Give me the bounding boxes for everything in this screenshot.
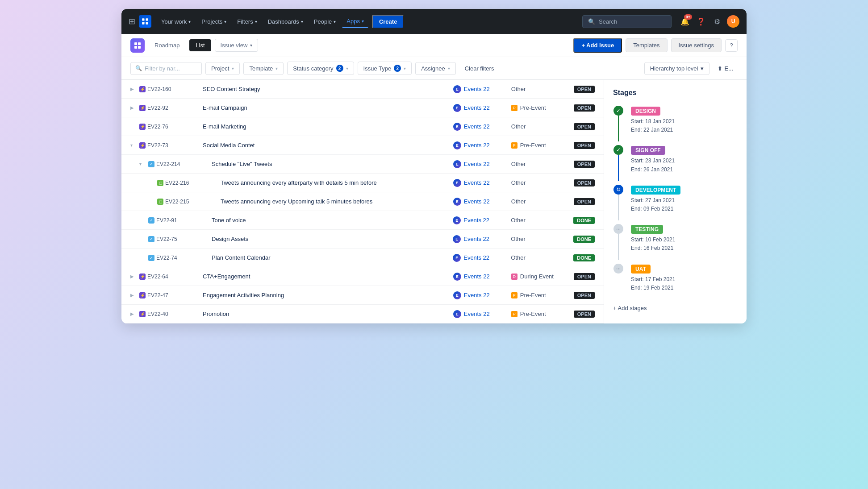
issue-settings-button[interactable]: Issue settings: [671, 38, 722, 52]
issue-id: ✓ EV22-91: [148, 217, 206, 224]
filter-input[interactable]: 🔍 Filter by nar...: [130, 62, 202, 75]
nav-dashboards[interactable]: Dashboards ▾: [263, 16, 308, 28]
hierarchy-button[interactable]: Hierarchy top level ▾: [644, 62, 710, 75]
table-row[interactable]: ◻ EV22-215 Tweets announcing every Upcom…: [121, 192, 604, 211]
stage-dates: Start: 10 Feb 2021 End: 16 Feb 2021: [631, 236, 738, 253]
stage-item: ··· TESTING Start: 10 Feb 2021 End: 16 F…: [613, 224, 738, 260]
issue-project[interactable]: E Events 22: [453, 160, 511, 168]
issue-id: ✓ EV22-214: [148, 161, 206, 167]
issue-project[interactable]: E Events 22: [453, 141, 511, 149]
table-row[interactable]: ⚡ EV22-76 E-mail Marketing E Events 22 O…: [121, 117, 604, 136]
issue-type: D During Event: [511, 273, 574, 280]
issue-project[interactable]: E Events 22: [453, 291, 511, 299]
issue-project[interactable]: E Events 22: [453, 104, 511, 112]
issue-project[interactable]: E Events 22: [453, 179, 511, 187]
issue-project[interactable]: E Events 22: [453, 123, 511, 131]
issue-project[interactable]: E Events 22: [453, 254, 511, 262]
issue-type-icon: ✓: [148, 161, 154, 167]
table-row[interactable]: ▶ ⚡ EV22-160 SEO Content Strategy E Even…: [121, 80, 604, 99]
add-issue-button[interactable]: + Add Issue: [573, 38, 622, 53]
table-row[interactable]: ▾ ⚡ EV22-73 Social Media Contet E Events…: [121, 136, 604, 155]
project-filter-button[interactable]: Project ▾: [205, 62, 240, 75]
svg-rect-7: [138, 46, 141, 49]
row-expander[interactable]: ▾: [139, 162, 148, 166]
issue-type: Other: [511, 123, 574, 130]
template-filter-button[interactable]: Template ▾: [243, 62, 284, 75]
view-toolbar: Roadmap List Issue view ▾ + Add Issue Te…: [121, 34, 747, 57]
stage-dates: Start: 23 Jan 2021 End: 26 Jan 2021: [631, 157, 738, 174]
add-stages-button[interactable]: + Add stages: [613, 303, 738, 313]
row-expander[interactable]: ▶: [130, 311, 139, 316]
issue-title: Social Media Contet: [197, 142, 453, 149]
assignee-filter-button[interactable]: Assignee ▾: [415, 62, 455, 75]
issue-title: E-mail Campaign: [197, 104, 453, 111]
svg-rect-2: [142, 22, 144, 25]
chevron-down-icon: ▾: [232, 66, 234, 71]
row-expander[interactable]: ▶: [130, 293, 139, 298]
svg-rect-5: [138, 42, 141, 45]
help-button[interactable]: ❓: [695, 15, 707, 28]
nav-your-work[interactable]: Your work ▾: [157, 16, 195, 28]
export-button[interactable]: ⬆ E...: [713, 62, 738, 75]
issue-type-filter-button[interactable]: Issue Type 2 ▾: [358, 62, 412, 75]
chevron-down-icon: ▾: [346, 66, 348, 71]
table-row[interactable]: ▶ ⚡ EV22-92 E-mail Campaign E Events 22 …: [121, 99, 604, 117]
clear-filters-button[interactable]: Clear filters: [459, 62, 500, 75]
table-row[interactable]: ✓ EV22-91 Tone of voice E Events 22 Othe…: [121, 211, 604, 230]
table-row[interactable]: ✓ EV22-74 Plan Content Calendar E Events…: [121, 249, 604, 267]
stage-line: ···: [613, 224, 624, 260]
issue-type-icon: ✓: [148, 217, 154, 224]
row-expander[interactable]: ▶: [130, 274, 139, 279]
grid-icon[interactable]: ⊞: [129, 17, 135, 26]
table-row[interactable]: ▾ ✓ EV22-214 Schedule "Live" Tweets E Ev…: [121, 155, 604, 174]
nav-filters[interactable]: Filters ▾: [233, 16, 261, 28]
issue-project[interactable]: E Events 22: [453, 273, 511, 281]
issue-project[interactable]: E Events 22: [453, 235, 511, 243]
search-box[interactable]: 🔍 Search: [582, 15, 672, 28]
table-row[interactable]: ▶ ⚡ EV22-64 CTA+Engagement E Events 22 D…: [121, 267, 604, 286]
issue-type: Other: [511, 254, 573, 261]
issue-project[interactable]: E Events 22: [453, 198, 511, 206]
issue-project[interactable]: E Events 22: [453, 85, 511, 93]
stage-line: ↻: [613, 185, 624, 220]
project-avatar: E: [453, 104, 461, 112]
notifications-button[interactable]: 🔔 9+: [679, 15, 691, 28]
stage-label: UAT: [631, 265, 651, 274]
nav-people[interactable]: People ▾: [309, 16, 340, 28]
svg-rect-3: [146, 22, 148, 25]
table-row[interactable]: ◻ EV22-216 Tweets announcing every after…: [121, 174, 604, 192]
nav-projects[interactable]: Projects ▾: [197, 16, 231, 28]
settings-button[interactable]: ⚙: [711, 15, 723, 28]
issue-view-button[interactable]: Issue view ▾: [215, 39, 259, 52]
table-row[interactable]: ▶ ⚡ EV22-47 Engagement Activities Planni…: [121, 286, 604, 305]
list-view-button[interactable]: List: [189, 39, 211, 51]
roadmap-view-button[interactable]: Roadmap: [148, 39, 186, 51]
issue-project[interactable]: E Events 22: [453, 310, 511, 318]
create-button[interactable]: Create: [372, 15, 404, 29]
nav-apps[interactable]: Apps ▾: [342, 15, 368, 28]
stage-dot: ↻: [613, 185, 623, 195]
row-expander[interactable]: ▶: [130, 87, 139, 91]
templates-button[interactable]: Templates: [626, 38, 667, 52]
status-category-filter-button[interactable]: Status category 2 ▾: [287, 62, 354, 75]
stage-dot: ✓: [613, 106, 623, 116]
svg-rect-1: [146, 18, 148, 21]
issue-title: Plan Content Calendar: [206, 254, 453, 261]
issue-id: ✓ EV22-74: [148, 255, 206, 261]
app-logo[interactable]: [139, 15, 151, 28]
issue-type-icon: ◻: [157, 180, 163, 186]
table-row[interactable]: ✓ EV22-75 Design Assets E Events 22 Othe…: [121, 230, 604, 249]
help-icon-button[interactable]: ?: [725, 39, 738, 52]
user-avatar[interactable]: U: [727, 15, 739, 28]
stage-item: ✓ SIGN OFF Start: 23 Jan 2021 End: 26 Ja…: [613, 145, 738, 181]
issue-project[interactable]: E Events 22: [453, 216, 511, 224]
row-expander[interactable]: ▶: [130, 105, 139, 110]
stage-dot: ✓: [613, 145, 623, 155]
project-avatar: E: [453, 198, 461, 206]
row-expander[interactable]: ▾: [130, 143, 139, 148]
table-row[interactable]: ▶ ⚡ EV22-40 Promotion E Events 22 P Pre-…: [121, 305, 604, 323]
status-badge: OPEN: [574, 198, 595, 205]
issue-table: ▶ ⚡ EV22-160 SEO Content Strategy E Even…: [121, 80, 604, 323]
stages-title: Stages: [613, 89, 738, 97]
stage-dot: ···: [613, 264, 623, 274]
